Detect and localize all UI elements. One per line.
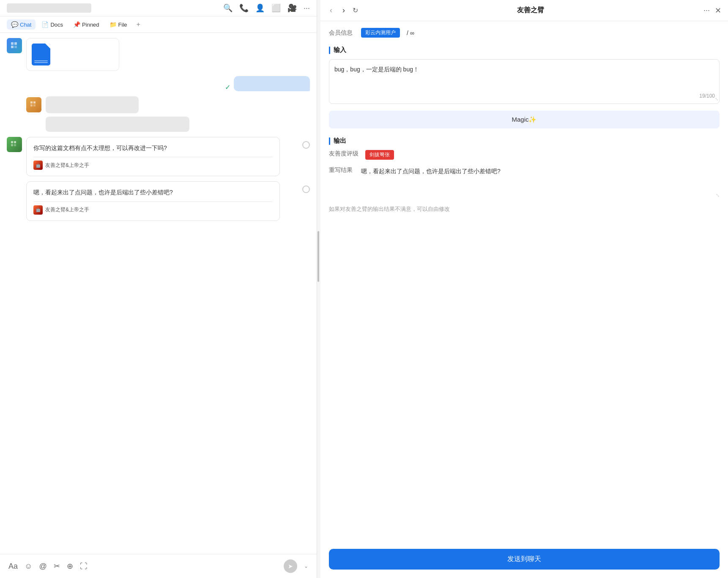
input-section-title: 输入 (334, 46, 346, 54)
input-textarea-wrapper: bug，bug，一定是后端的 bug！ 19/100 ⤡ (329, 59, 720, 104)
friendliness-row: 友善度评级 剑拔弩张 (329, 150, 720, 160)
check-read-icon: ✓ (225, 83, 230, 91)
left-panel: 🔍 📞 👤 ⬜ 🎥 ··· 💬 Chat 📄 Docs 📌 Pinned 📁 F… (0, 0, 317, 578)
blue-bubble (234, 76, 310, 91)
svg-rect-11 (14, 144, 16, 146)
font-size-icon[interactable]: Aa (8, 562, 18, 571)
blur-message-1 (46, 96, 139, 113)
chat-tab-icon: 💬 (11, 21, 18, 28)
header-title-area (7, 3, 218, 13)
screen-icon[interactable]: ⬜ (271, 3, 281, 13)
search-icon[interactable]: 🔍 (223, 3, 233, 13)
more-icon[interactable]: ··· (304, 4, 310, 13)
scrollbar-thumb (317, 231, 319, 282)
right-panel-header: ‹ › ↻ 友善之臂 ··· ✕ (320, 0, 728, 21)
file-tab-label: File (118, 22, 127, 28)
scissors-icon[interactable]: ✂ (54, 562, 60, 571)
friendliness-badge: 剑拔弩张 (365, 150, 394, 160)
right-panel-title: 友善之臂 (363, 6, 698, 15)
svg-rect-2 (14, 42, 17, 45)
input-section-header: 输入 (329, 46, 720, 54)
chat-messages-area: ✓ 你写的这篇文档有点不太理想，可以再改进一下吗? (0, 33, 317, 554)
input-text-content[interactable]: bug，bug，一定是后端的 bug！ (334, 65, 714, 98)
send-dropdown-icon[interactable]: ⌄ (304, 563, 308, 569)
blurred-messages-group (26, 96, 310, 132)
chat-header: 🔍 📞 👤 ⬜ 🎥 ··· (0, 0, 317, 16)
message-card-2: 嗯，看起来出了点问题，也许是后端出了些小差错吧? 🤖 友善之臂&上帝之手 (7, 181, 310, 221)
tab-pinned[interactable]: 📌 Pinned (69, 19, 103, 30)
tab-bar: 💬 Chat 📄 Docs 📌 Pinned 📁 File + (0, 16, 317, 33)
expand-icon[interactable]: ⛶ (80, 562, 88, 571)
bot-card-2-text: 嗯，看起来出了点问题，也许是后端出了些小差错吧? (33, 188, 273, 197)
phone-icon[interactable]: 📞 (239, 3, 249, 13)
message-right-blur: ✓ (7, 76, 310, 91)
send-button[interactable]: ➤ (284, 559, 297, 573)
radio-circle-2[interactable] (302, 185, 310, 193)
sender-avatar-orange (26, 97, 41, 112)
scrollbar-track[interactable] (317, 0, 320, 578)
svg-rect-9 (11, 144, 13, 146)
output-section-title: 输出 (334, 137, 346, 145)
blur-message-2 (46, 117, 189, 132)
resize-handle[interactable]: ⤡ (715, 96, 718, 103)
right-more-button[interactable]: ··· (703, 6, 710, 15)
member-badge: 彩云内测用户 (361, 28, 400, 38)
sender-avatar-blue (7, 38, 22, 53)
rewrite-row: 重写结果 嗯，看起来出了点问题，也许是后端出了些小差错吧? ⤡ (329, 166, 720, 198)
rewrite-content: 嗯，看起来出了点问题，也许是后端出了些小差错吧? ⤡ (361, 166, 720, 198)
send-arrow-icon: ➤ (288, 563, 293, 570)
svg-rect-10 (14, 141, 16, 143)
card-1-wrapper: 你写的这篇文档有点不太理想，可以再改进一下吗? 🤖 友善之臂&上帝之手 (26, 137, 298, 176)
right-close-button[interactable]: ✕ (715, 6, 721, 15)
at-mention-icon[interactable]: @ (39, 562, 47, 571)
bot-card-1: 你写的这篇文档有点不太理想，可以再改进一下吗? 🤖 友善之臂&上帝之手 (26, 137, 280, 176)
message-file (7, 38, 310, 71)
chat-toolbar: Aa ☺ @ ✂ ⊕ ⛶ ➤ ⌄ (0, 554, 317, 578)
pinned-tab-label: Pinned (82, 22, 99, 28)
member-suffix: / ∞ (407, 30, 414, 36)
card-divider-1 (33, 157, 273, 157)
plus-icon[interactable]: ⊕ (67, 562, 73, 571)
refresh-button[interactable]: ↻ (353, 6, 358, 14)
output-section-header: 输出 (329, 137, 720, 145)
chat-tab-label: Chat (20, 22, 31, 28)
docs-tab-icon: 📄 (41, 21, 49, 28)
svg-rect-7 (33, 104, 36, 106)
svg-rect-4 (30, 101, 33, 104)
nav-forward-button[interactable]: › (340, 5, 348, 16)
input-section-bar (329, 46, 330, 54)
member-info-label: 会员信息 (329, 29, 354, 37)
header-title-blur (7, 3, 91, 13)
tab-file[interactable]: 📁 File (105, 19, 131, 30)
emoji-icon[interactable]: ☺ (25, 562, 32, 571)
file-bubble (26, 38, 119, 71)
output-section-bar (329, 137, 330, 145)
send-to-chat-button[interactable]: 发送到聊天 (329, 549, 720, 570)
group-icon[interactable]: 👤 (255, 3, 265, 13)
rewrite-text[interactable]: 嗯，看起来出了点问题，也许是后端出了些小差错吧? (361, 166, 720, 192)
member-info-row: 会员信息 彩云内测用户 / ∞ (329, 28, 720, 38)
bot-card-2-bot-name: 友善之臂&上帝之手 (45, 206, 89, 213)
tab-chat[interactable]: 💬 Chat (7, 19, 36, 30)
friendliness-label: 友善度评级 (329, 150, 359, 158)
card-1-radio (302, 141, 310, 149)
docs-tab-label: Docs (50, 22, 63, 28)
bot-icon-2: 🤖 (33, 205, 43, 215)
bot-icon-1: 🤖 (33, 161, 43, 170)
svg-rect-8 (11, 141, 13, 143)
svg-rect-3 (14, 46, 17, 48)
bot-card-2: 嗯，看起来出了点问题，也许是后端出了些小差错吧? 🤖 友善之臂&上帝之手 (26, 181, 280, 221)
card-divider-2 (33, 202, 273, 202)
radio-circle-1[interactable] (302, 141, 310, 149)
video-icon[interactable]: 🎥 (287, 3, 297, 13)
blurred-row-1 (26, 96, 310, 113)
rewrite-resize-indicator: ⤡ (361, 193, 720, 198)
note-text: 如果对友善之臂的输出结果不满意，可以自由修改 (329, 205, 720, 214)
svg-rect-0 (11, 42, 14, 45)
tab-add-button[interactable]: + (133, 19, 144, 30)
tab-docs[interactable]: 📄 Docs (37, 19, 67, 30)
header-icons: 🔍 📞 👤 ⬜ 🎥 ··· (223, 3, 310, 13)
magic-button[interactable]: Magic✨ (329, 111, 720, 128)
nav-back-button[interactable]: ‹ (327, 5, 335, 16)
right-panel-content: 会员信息 彩云内测用户 / ∞ 输入 bug，bug，一定是后端的 bug！ 1… (320, 21, 728, 549)
